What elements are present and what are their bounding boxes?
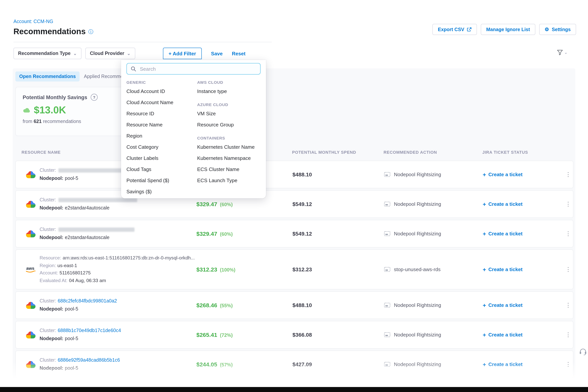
filter-option[interactable]: VM Size [197,108,260,119]
create-ticket-button[interactable]: + Create a ticket [483,172,522,177]
create-ticket-label: Create a ticket [488,266,523,272]
create-ticket-label: Create a ticket [488,362,523,367]
aws-icon: aws [24,265,38,274]
filter-bar: Recommendation Type ⌄ Cloud Provider ⌄ +… [14,48,246,59]
header-divider [14,42,272,42]
filter-group-title: CONTAINERS [197,136,260,140]
recommended-action: Nodepool Rightsizing [384,231,441,236]
filter-group-title: GENERIC [126,80,197,84]
kebab-menu-icon[interactable]: ⋮ [563,199,574,209]
create-ticket-label: Create a ticket [488,172,523,177]
breadcrumb-account-link[interactable]: Account: CCM-NG [14,19,53,24]
create-ticket-button[interactable]: + Create a ticket [483,231,522,236]
nodepool-value: e2standar4autoscale [65,205,110,210]
filter-option[interactable]: ECS Launch Type [197,175,260,186]
filter-option[interactable]: Cluster Labels [126,152,197,164]
table-header: RESOURCE NAME POTENTIAL MONTHLY SPEND RE… [13,150,575,156]
add-filter-dropdown: GENERIC Cloud Account ID Cloud Account N… [121,60,266,198]
potential-monthly-savings: $265.41 (72%) [196,332,233,338]
filter-option[interactable]: Potential Spend ($) [126,175,197,186]
filter-option[interactable]: Instance type [197,86,260,97]
resource-info: Cluster:6888b1c70e49db17c1de60c4 Nodepoo… [40,327,121,343]
filter-option[interactable]: Cloud Tags [126,164,197,175]
recommendations-page: Account: CCM-NG Recommendations ⓘ Export… [0,0,588,392]
gcp-icon [24,360,38,368]
nodepool-value: pool-5 [65,176,78,181]
gcp-icon [24,200,38,208]
recommended-action: Nodepool Rightsizing [384,302,441,308]
filter-option[interactable]: Kubernetes Namespace [197,152,260,164]
support-headset-icon[interactable] [579,348,587,356]
filter-option[interactable]: Cost Category [126,142,197,152]
recommendation-type-filter[interactable]: Recommendation Type ⌄ [14,48,82,59]
column-resource-name: RESOURCE NAME [22,150,61,154]
nodepool-label: Nodepool: [40,366,64,371]
recommendation-type-label: Recommendation Type [18,51,70,56]
manage-ignore-list-button[interactable]: Manage Ignore List [481,24,535,35]
table-row[interactable]: Cluster: Nodepool:e2standar4autoscale $3… [15,190,574,218]
export-csv-button[interactable]: Export CSV [432,24,477,35]
table-row[interactable]: aws Resource:arn:aws:rds:us-east-1:51161… [15,250,574,290]
column-jira-ticket-status: JIRA TICKET STATUS [482,150,528,154]
rightsizing-icon [384,362,390,367]
filter-option[interactable]: Resource Group [197,119,260,130]
create-ticket-button[interactable]: + Create a ticket [483,362,522,367]
table-row[interactable]: Cluster: Nodepool:e2standar4autoscale $3… [15,220,574,248]
cloud-provider-filter[interactable]: Cloud Provider ⌄ [85,48,135,59]
savings-amount: $13.0K [34,104,66,116]
create-ticket-button[interactable]: + Create a ticket [483,266,522,272]
resource-info: Cluster: Nodepool:pool-5 [40,166,132,182]
cluster-link[interactable]: 688c2fefc84fbdc99801a0a2 [58,298,117,304]
kebab-menu-icon[interactable]: ⋮ [563,359,574,369]
filter-option[interactable]: Region [126,130,197,142]
table-row[interactable]: Cluster:688c2fefc84fbdc99801a0a2 Nodepoo… [15,291,574,319]
cluster-link[interactable]: 6886e92f59a48cad86b5b1c6 [58,358,120,363]
resource-info: Cluster:6886e92f59a48cad86b5b1c6 Nodepoo… [40,356,120,372]
cluster-label: Cluster: [40,197,56,202]
create-ticket-button[interactable]: + Create a ticket [483,332,522,338]
kebab-menu-icon[interactable]: ⋮ [563,300,574,310]
nodepool-label: Nodepool: [40,336,64,341]
kebab-menu-icon[interactable]: ⋮ [563,330,574,340]
filter-option[interactable]: Resource Name [126,119,197,130]
settings-button[interactable]: ⚙ Settings [539,24,576,35]
potential-monthly-spend: $488.10 [292,172,312,178]
table-row[interactable]: Cluster:6886e92f59a48cad86b5b1c6 Nodepoo… [15,350,574,378]
plus-icon: + [483,332,486,338]
header-actions: Export CSV Manage Ignore List ⚙ Settings [432,24,576,35]
table-row[interactable]: Cluster: Nodepool:pool-5 $488.10 Nodepoo… [15,161,574,188]
plus-icon: + [483,302,486,308]
create-ticket-button[interactable]: + Create a ticket [483,302,522,308]
potential-monthly-savings: $268.46 (55%) [196,302,233,308]
reset-filter-link[interactable]: Reset [232,50,246,56]
nodepool-value: pool-5 [65,306,78,312]
chevron-down-icon: ⌄ [73,51,77,56]
export-csv-label: Export CSV [438,27,464,32]
filter-option[interactable]: Savings ($) [126,186,197,197]
kebab-menu-icon[interactable]: ⋮ [563,170,574,180]
tabs: Open Recommendations Applied Recommendat… [15,72,136,82]
filter-option[interactable]: Cloud Account ID [126,86,197,97]
filter-panel-toggle[interactable]: ⌄ [557,50,568,55]
tab-open-recommendations[interactable]: Open Recommendations [15,72,80,82]
save-filter-link[interactable]: Save [211,50,223,56]
info-icon[interactable]: ⓘ [88,29,94,34]
action-label: Nodepool Rightsizing [394,362,441,367]
filter-option[interactable]: Resource ID [126,108,197,119]
kebab-menu-icon[interactable]: ⋮ [563,229,574,239]
create-ticket-button[interactable]: + Create a ticket [483,201,522,207]
cluster-link[interactable]: 6888b1c70e49db17c1de60c4 [58,328,121,333]
nodepool-label: Nodepool: [40,176,64,181]
recommended-action: Nodepool Rightsizing [384,172,441,177]
search-input[interactable] [139,66,256,72]
add-filter-button[interactable]: + Add Filter [163,48,202,59]
action-label: stop-unused-aws-rds [394,266,440,272]
help-icon[interactable]: ? [91,94,98,101]
filter-option[interactable]: Kubernetes Cluster Name [197,142,260,152]
chevron-down-icon: ⌄ [564,50,568,54]
filter-option[interactable]: ECS Cluster Name [197,164,260,175]
table-row[interactable]: Cluster:6888b1c70e49db17c1de60c4 Nodepoo… [15,321,574,348]
recommendation-count: 621 [34,119,42,124]
kebab-menu-icon[interactable]: ⋮ [563,264,574,274]
filter-option[interactable]: Cloud Account Name [126,97,197,108]
